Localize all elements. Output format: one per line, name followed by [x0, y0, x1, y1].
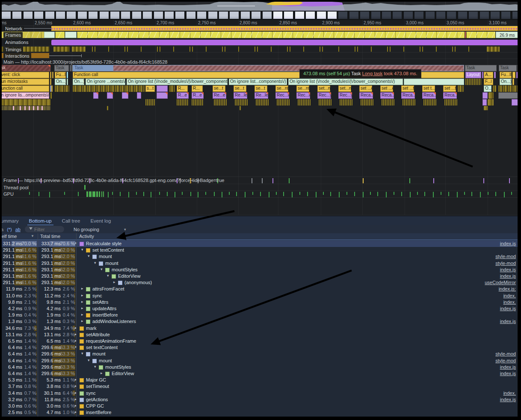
- frame-duration-bar[interactable]: [466, 32, 495, 38]
- flame-bar[interactable]: [107, 106, 108, 110]
- flame-bar[interactable]: [13, 106, 14, 110]
- source-link[interactable]: index.: [503, 391, 516, 396]
- filmstrip-thumbnail[interactable]: [240, 11, 250, 19]
- table-row[interactable]: 291.1 ms61.6 %293.1 ms62.0 %▸(anonymous)…: [0, 279, 518, 286]
- expand-triangle-icon[interactable]: ▸: [101, 371, 103, 375]
- source-link[interactable]: style-mod: [495, 351, 516, 356]
- collapse-triangle-icon[interactable]: ▾: [81, 247, 83, 252]
- sort-arrow-icon[interactable]: ▼: [31, 234, 34, 238]
- flame-bar[interactable]: Fu...ll: [55, 72, 66, 78]
- source-link[interactable]: index.js: [500, 306, 516, 311]
- timing-marker[interactable]: [92, 47, 93, 52]
- frame-duration-bar[interactable]: [55, 32, 65, 38]
- flame-bar[interactable]: [484, 106, 488, 110]
- filmstrip-thumbnail[interactable]: [197, 11, 207, 19]
- filmstrip-thumbnail[interactable]: [142, 11, 152, 19]
- timing-marker[interactable]: [468, 47, 469, 52]
- flame-bar[interactable]: [465, 79, 481, 85]
- timing-marker[interactable]: [173, 47, 174, 52]
- flame-bar[interactable]: [192, 99, 204, 106]
- timing-marker[interactable]: [225, 47, 225, 52]
- flame-bar[interactable]: On...): [500, 79, 512, 85]
- flame-bar[interactable]: [73, 85, 145, 92]
- flame-bar[interactable]: [169, 85, 175, 92]
- frame-duration-bar[interactable]: [65, 32, 77, 38]
- flame-bar[interactable]: [37, 106, 38, 110]
- flame-bar[interactable]: set ...tent: [443, 85, 456, 92]
- flame-bar[interactable]: [361, 99, 373, 106]
- flame-bar[interactable]: se...nt: [296, 85, 309, 92]
- flame-bar[interactable]: Re...le: [255, 92, 268, 99]
- timing-marker[interactable]: [124, 47, 125, 52]
- timing-marker[interactable]: [206, 47, 207, 52]
- timing-marker[interactable]: [303, 47, 304, 52]
- table-row[interactable]: 3.2 ms0.7 %11.8 ms2.5 %▸getActionsindex.…: [0, 397, 518, 403]
- table-row[interactable]: 291.1 ms61.6 %293.1 ms62.0 %▾mountstyle-…: [0, 260, 518, 267]
- filmstrip-thumbnail[interactable]: [1, 11, 11, 19]
- filmstrip-thumbnail[interactable]: [327, 11, 337, 19]
- flame-bar[interactable]: [55, 85, 69, 92]
- flame-bar[interactable]: [483, 99, 487, 106]
- flame-bar[interactable]: Rec...yle: [317, 92, 331, 99]
- flame-bar[interactable]: [498, 85, 519, 92]
- source-link[interactable]: style-mod: [495, 261, 516, 266]
- flame-bar[interactable]: [298, 99, 311, 106]
- flame-bar[interactable]: O...: [484, 85, 491, 92]
- flame-bar[interactable]: [493, 85, 496, 92]
- filmstrip-thumbnail[interactable]: [154, 11, 163, 19]
- flame-bar[interactable]: [107, 92, 113, 99]
- flame-bar[interactable]: On ignore list...components\/): [229, 79, 287, 85]
- timing-marker[interactable]: [390, 47, 391, 52]
- frame-duration-bar[interactable]: [41, 32, 44, 38]
- timing-marker[interactable]: [95, 47, 95, 52]
- filmstrip-thumbnail[interactable]: [45, 11, 55, 19]
- flame-bar[interactable]: vent: click: [0, 72, 49, 78]
- filmstrip-thumbnail[interactable]: [436, 11, 446, 19]
- flame-bar[interactable]: [52, 72, 53, 78]
- timing-marker[interactable]: [436, 47, 437, 52]
- flame-bar[interactable]: se...nt: [275, 85, 288, 92]
- frame-duration-bar[interactable]: 26.9 ms: [496, 32, 519, 38]
- timing-marker[interactable]: [322, 47, 323, 52]
- source-link[interactable]: index.js: [500, 267, 516, 272]
- tab-bottom-up[interactable]: Bottom-up: [29, 216, 52, 226]
- filmstrip-thumbnail[interactable]: [317, 11, 326, 19]
- match-word-icon[interactable]: ab: [15, 227, 21, 232]
- timing-marker[interactable]: [160, 47, 160, 52]
- filmstrip-thumbnail[interactable]: [23, 11, 33, 19]
- timing-marker[interactable]: [189, 47, 190, 52]
- flame-bar[interactable]: un microtasks: [0, 79, 49, 85]
- filmstrip-thumbnail[interactable]: [56, 11, 65, 19]
- flame-bar[interactable]: On ignore ...onents\/): [86, 79, 125, 85]
- collapse-triangle-icon[interactable]: ▾: [94, 364, 96, 369]
- flame-bar[interactable]: [157, 85, 168, 92]
- frame-duration-bar[interactable]: [465, 32, 466, 38]
- thread-pool-header[interactable]: Thread pool: [3, 185, 29, 190]
- flame-bar[interactable]: sk: [0, 65, 50, 71]
- flame-bar[interactable]: [319, 99, 332, 106]
- table-row[interactable]: 5.3 ms1.1 %5.3 ms1.1 %▸Major GC: [0, 377, 518, 383]
- flame-bar[interactable]: set...nt: [338, 85, 351, 92]
- expand-triangle-icon[interactable]: ▸: [81, 300, 83, 304]
- flame-bar[interactable]: [137, 92, 141, 99]
- timing-marker[interactable]: [141, 47, 142, 52]
- source-link[interactable]: index.js: [500, 397, 516, 402]
- flame-bar[interactable]: On...): [55, 79, 66, 85]
- flame-bar[interactable]: [33, 106, 34, 110]
- filmstrip-thumbnail[interactable]: [110, 11, 120, 19]
- table-row[interactable]: 3.4 ms0.7 %30.1 ms6.4 %▸syncindex.: [0, 390, 518, 397]
- source-link[interactable]: index.js: [500, 319, 516, 324]
- filmstrip-thumbnail[interactable]: [208, 11, 218, 19]
- table-row[interactable]: 291.1 ms61.6 %293.1 ms62.0 %▾mountstyle-…: [0, 253, 518, 260]
- flame-bar[interactable]: [214, 99, 227, 106]
- track-label-timings[interactable]: Timings: [3, 47, 23, 53]
- flame-bar[interactable]: On ignore list (\/node_modules\/|\/bower…: [127, 79, 228, 85]
- timing-marker[interactable]: [127, 47, 128, 52]
- flame-bar[interactable]: On ignore list (\/node_modules\/|\/bower…: [288, 79, 403, 85]
- source-link[interactable]: index.js: [500, 364, 516, 370]
- tab-ummary[interactable]: ummary: [1, 216, 19, 226]
- flame-bar[interactable]: [498, 92, 518, 99]
- filmstrip-thumbnail[interactable]: [490, 11, 500, 19]
- flame-bar[interactable]: [512, 79, 514, 85]
- timing-marker[interactable]: [452, 47, 453, 52]
